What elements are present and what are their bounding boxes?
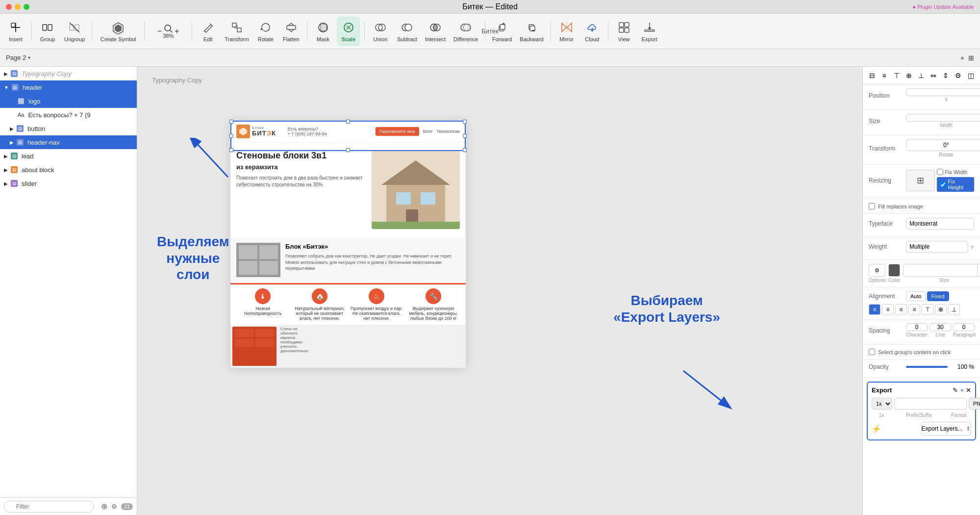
transform-label-insp: Transform — [869, 145, 903, 152]
difference-button[interactable]: Difference — [451, 17, 481, 46]
mask-button[interactable]: Mask — [311, 17, 335, 46]
layer-item-lead[interactable]: ▶ ▤ lead — [0, 149, 137, 163]
layer-item-text[interactable]: Aa Есть вопросы? + 7 (9 — [0, 108, 137, 122]
zoom-increase-icon[interactable]: + — [175, 27, 179, 36]
view-button[interactable]: View — [612, 17, 636, 46]
canvas[interactable]: Typography Copy — [137, 67, 862, 515]
text-align-right[interactable]: ≡ — [895, 304, 907, 315]
opacity-slider[interactable] — [906, 366, 948, 368]
layers-toggle-icon[interactable]: ⊞ — [968, 54, 974, 62]
layer-item-about-block[interactable]: ▶ ▤ about block — [0, 163, 137, 177]
svg-point-10 — [165, 25, 171, 31]
text-align-left[interactable]: ≡ — [869, 304, 880, 315]
nav-blog[interactable]: Блог — [423, 129, 432, 134]
export-add-icon[interactable]: + — [960, 386, 964, 394]
inspector-align-center-h-icon[interactable]: ≡ — [879, 70, 889, 81]
inspector-align-left-icon[interactable]: ⊟ — [867, 70, 877, 81]
edit-button[interactable]: Edit — [196, 17, 220, 46]
mirror-button[interactable]: Mirror — [555, 17, 578, 46]
font-size-input[interactable] — [904, 264, 977, 276]
char-spacing-input[interactable] — [906, 323, 928, 331]
auto-align-button[interactable]: Auto — [906, 291, 926, 301]
layer-search-input[interactable] — [4, 501, 94, 513]
export-size-select[interactable]: 1x 2x 3x — [872, 398, 892, 410]
plugin-update-badge[interactable]: ● Plugin Update Available — [912, 4, 974, 10]
fix-width-checkbox[interactable] — [937, 169, 943, 175]
group-content-row: Select group's content on click — [869, 349, 974, 355]
layer-item-typography-copy[interactable]: ▶ ▤ Typography Copy — [0, 67, 137, 80]
page-label[interactable]: Page 2 — [6, 54, 26, 61]
maximize-button[interactable] — [24, 4, 29, 10]
options-button[interactable]: ⚙ — [869, 264, 885, 277]
transform-button[interactable]: Transform — [222, 17, 252, 46]
text-valign-bottom[interactable]: ⊥ — [948, 304, 960, 315]
width-input[interactable] — [906, 114, 980, 122]
svg-rect-3 — [43, 25, 47, 30]
text-valign-middle[interactable]: ⊕ — [935, 304, 947, 315]
color-button[interactable] — [888, 264, 900, 277]
export-layers-button[interactable]: Export Layers... ⬆ — [921, 422, 972, 436]
weight-select[interactable]: Multiple — [906, 241, 968, 253]
page-add-icon[interactable]: + — [960, 54, 964, 62]
layer-item-header[interactable]: ▼ ▤ header — [0, 80, 137, 94]
layer-item-button[interactable]: ▶ ▤ button — [0, 122, 137, 135]
ungroup-button[interactable]: Ungroup — [61, 17, 88, 46]
zoom-control[interactable]: − 38% + — [149, 17, 188, 46]
font-size-down[interactable]: ▼ — [978, 270, 980, 276]
nav-tech[interactable]: Технологии — [436, 129, 460, 134]
svg-rect-60 — [259, 261, 278, 275]
intersect-button[interactable]: Intersect — [422, 17, 449, 46]
zoom-decrease-icon[interactable]: − — [157, 27, 162, 36]
inspector-align-bottom-icon[interactable]: ⊥ — [916, 70, 926, 81]
callback-btn[interactable]: Перезвоните мне — [376, 127, 419, 136]
inspector-settings-icon[interactable]: ⚙ — [953, 70, 963, 81]
para-spacing-input[interactable] — [953, 323, 975, 331]
export-close-icon[interactable]: ✕ — [966, 386, 971, 394]
group-button[interactable]: Group — [36, 17, 59, 46]
rotate-button[interactable]: Rotate — [254, 17, 277, 46]
text-valign-top[interactable]: ⊤ — [922, 304, 933, 315]
close-button[interactable] — [6, 4, 12, 10]
text-align-justify[interactable]: ≡ — [908, 304, 920, 315]
inspector-align-middle-icon[interactable]: ⊕ — [904, 70, 914, 81]
export-format-select[interactable]: PNG JPG SVG PDF — [969, 398, 980, 410]
inspector-dist-v-icon[interactable]: ⇕ — [940, 70, 951, 81]
inspector-dist-h-icon[interactable]: ⇔ — [928, 70, 938, 81]
subtract-button[interactable]: Subtract — [394, 17, 420, 46]
create-symbol-button[interactable]: Create Symbol — [96, 17, 140, 46]
x-input[interactable] — [906, 88, 980, 96]
add-layer-icon[interactable]: ⊕ — [101, 502, 107, 511]
backward-button[interactable]: Backward — [517, 17, 546, 46]
para-spacing-group: Paragraph — [953, 323, 976, 337]
layer-options-icon[interactable]: ⚙ — [111, 503, 117, 510]
fill-replaces-checkbox[interactable] — [869, 203, 875, 209]
export-edit-icon[interactable]: ✎ — [953, 386, 958, 394]
font-size-up[interactable]: ▲ — [978, 264, 980, 270]
fixed-align-button[interactable]: Fixed — [927, 291, 949, 301]
union-button[interactable]: Union — [369, 17, 392, 46]
inspector-align-top-icon[interactable]: ⊤ — [891, 70, 902, 81]
color-label: Color — [888, 278, 900, 283]
line-spacing-input[interactable] — [930, 323, 951, 331]
export-toolbar-button[interactable]: Export — [638, 17, 661, 46]
rotate-input[interactable] — [906, 139, 980, 151]
inspector-view-icon[interactable]: ◫ — [965, 70, 976, 81]
typeface-select[interactable]: Montserrat — [906, 218, 974, 230]
flatten-button[interactable]: Flatten — [279, 17, 303, 46]
fix-height-checkbox[interactable] — [940, 181, 946, 188]
text-align-center[interactable]: ≡ — [882, 304, 894, 315]
export-prefix-input[interactable] — [894, 398, 967, 410]
insert-button[interactable]: Insert — [4, 17, 27, 46]
minimize-button[interactable] — [15, 4, 21, 10]
resize-proportional-icon[interactable]: ⊞ — [906, 170, 935, 191]
spacing-section: Spacing Character Line Paragraph — [863, 319, 980, 345]
layer-item-slider[interactable]: ▶ ▤ slider — [0, 177, 137, 190]
block2-desc: Позволяет собрать дом как конструктор. Н… — [285, 253, 460, 272]
scale-button[interactable]: Scale — [337, 17, 360, 46]
view-icon — [617, 21, 631, 34]
group-content-checkbox[interactable] — [869, 349, 875, 355]
page-dropdown-icon[interactable]: ▾ — [28, 55, 30, 60]
layer-item-header-nav[interactable]: ▶ ▤ header-nav — [0, 135, 137, 149]
cloud-button[interactable]: Cloud — [580, 17, 604, 46]
layer-item-logo[interactable]: ⬜ logo — [0, 94, 137, 108]
